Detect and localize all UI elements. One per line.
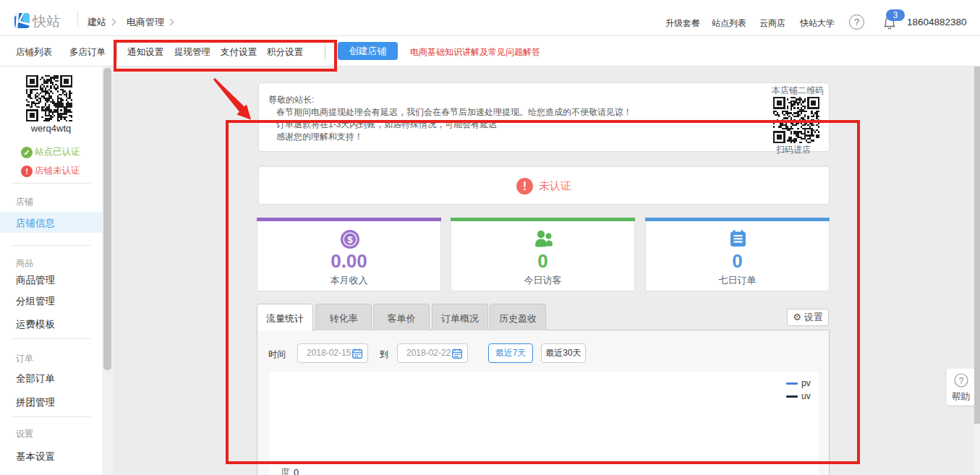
svg-text:?: ? — [958, 376, 963, 386]
